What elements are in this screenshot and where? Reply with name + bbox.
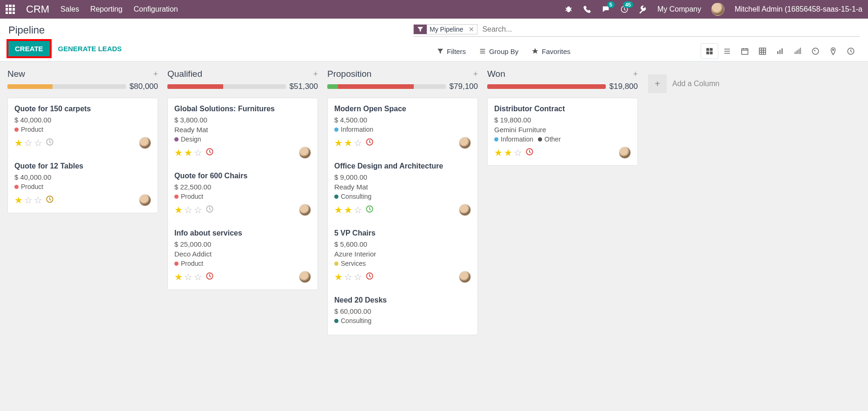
activity-clock-icon[interactable] bbox=[204, 148, 214, 158]
column-add-icon[interactable]: + bbox=[633, 69, 638, 79]
card-avatar[interactable] bbox=[619, 147, 631, 159]
kanban-card[interactable]: Need 20 Desks$ 60,000.00Consulting bbox=[327, 290, 478, 335]
bug-icon[interactable] bbox=[564, 5, 573, 13]
user-avatar[interactable] bbox=[711, 3, 724, 16]
priority-star[interactable]: ☆ bbox=[184, 271, 192, 283]
kanban-card[interactable]: Global Solutions: Furnitures$ 3,800.00Re… bbox=[167, 98, 318, 166]
kanban-card[interactable]: Office Design and Architecture$ 9,000.00… bbox=[327, 155, 478, 223]
kanban-card[interactable]: Info about services$ 25,000.00Deco Addic… bbox=[167, 222, 318, 290]
priority-star[interactable]: ★ bbox=[174, 204, 183, 216]
search-input[interactable] bbox=[481, 24, 860, 34]
card-tags: InformationOther bbox=[494, 135, 631, 143]
add-column-label[interactable]: Add a Column bbox=[672, 80, 719, 88]
kanban-card[interactable]: Quote for 150 carpets$ 40,000.00Product★… bbox=[7, 98, 158, 156]
column-add-icon[interactable]: + bbox=[473, 69, 478, 79]
pivot-view-button[interactable] bbox=[754, 43, 771, 59]
priority-star[interactable]: ☆ bbox=[354, 271, 362, 283]
kanban-card[interactable]: Quote for 12 Tables$ 40,000.00Product★☆☆ bbox=[7, 155, 158, 213]
kanban-card[interactable]: Distributor Contract$ 19,800.00Gemini Fu… bbox=[487, 98, 638, 166]
priority-star[interactable]: ★ bbox=[344, 137, 352, 148]
user-menu[interactable]: Mitchell Admin (16856458-saas-15-1-a bbox=[735, 5, 862, 13]
filters-label: Filters bbox=[447, 47, 466, 55]
priority-star[interactable]: ☆ bbox=[354, 204, 362, 216]
card-amount: $ 4,500.00 bbox=[334, 116, 471, 124]
wrench-icon[interactable] bbox=[639, 5, 647, 13]
list-view-button[interactable] bbox=[718, 43, 736, 59]
priority-star[interactable]: ★ bbox=[14, 195, 23, 206]
card-avatar[interactable] bbox=[459, 137, 471, 149]
card-avatar[interactable] bbox=[139, 194, 151, 206]
create-button[interactable]: CREATE bbox=[8, 41, 50, 56]
activity-clock-icon[interactable] bbox=[204, 272, 214, 282]
column-progress-bar[interactable] bbox=[167, 84, 286, 89]
priority-star[interactable]: ☆ bbox=[194, 271, 202, 283]
column-progress-bar[interactable] bbox=[487, 84, 606, 89]
card-avatar[interactable] bbox=[299, 271, 311, 283]
nav-reporting[interactable]: Reporting bbox=[90, 5, 122, 13]
add-column: + Add a Column bbox=[643, 65, 724, 102]
priority-star[interactable]: ★ bbox=[14, 137, 23, 148]
activity-clock-icon[interactable] bbox=[44, 195, 54, 205]
column-progress-bar[interactable] bbox=[7, 84, 126, 89]
card-avatar[interactable] bbox=[299, 204, 311, 216]
nav-configuration[interactable]: Configuration bbox=[134, 5, 178, 13]
chat-icon[interactable]: 5 bbox=[602, 5, 610, 13]
favorites-dropdown[interactable]: Favorites bbox=[531, 47, 570, 55]
column-add-icon[interactable]: + bbox=[153, 69, 158, 79]
activity-clock-icon[interactable] bbox=[364, 138, 374, 148]
search-box[interactable]: My Pipeline ✕ bbox=[413, 24, 860, 37]
apps-grid-icon[interactable] bbox=[6, 5, 15, 14]
cohort-view-button[interactable] bbox=[789, 43, 807, 59]
priority-star[interactable]: ★ bbox=[344, 204, 352, 216]
priority-star[interactable]: ☆ bbox=[354, 137, 362, 148]
company-selector[interactable]: My Company bbox=[657, 5, 701, 13]
card-avatar[interactable] bbox=[299, 147, 311, 159]
filter-chip-remove[interactable]: ✕ bbox=[466, 25, 477, 34]
priority-star[interactable]: ★ bbox=[174, 271, 183, 283]
calendar-view-button[interactable] bbox=[736, 43, 754, 59]
priority-star[interactable]: ☆ bbox=[344, 271, 352, 283]
activity-clock-icon[interactable] bbox=[523, 148, 534, 158]
card-avatar[interactable] bbox=[459, 271, 471, 283]
map-view-button[interactable] bbox=[824, 43, 842, 59]
priority-star[interactable]: ★ bbox=[334, 137, 343, 148]
priority-star[interactable]: ☆ bbox=[184, 204, 192, 216]
activity-clock-icon[interactable] bbox=[204, 205, 214, 215]
kanban-card[interactable]: Quote for 600 Chairs$ 22,500.00Product★☆… bbox=[167, 165, 318, 223]
priority-star[interactable]: ★ bbox=[494, 147, 503, 158]
priority-star[interactable]: ★ bbox=[174, 147, 183, 158]
priority-star[interactable]: ☆ bbox=[514, 147, 522, 158]
card-avatar[interactable] bbox=[459, 204, 471, 216]
phone-icon[interactable] bbox=[583, 5, 591, 13]
kanban-card[interactable]: Modern Open Space$ 4,500.00Information★★… bbox=[327, 98, 478, 156]
kanban-card[interactable]: 5 VP Chairs$ 5,600.00Azure InteriorServi… bbox=[327, 222, 478, 290]
groupby-dropdown[interactable]: Group By bbox=[479, 47, 518, 55]
priority-star[interactable]: ☆ bbox=[194, 204, 202, 216]
priority-star[interactable]: ☆ bbox=[24, 195, 33, 206]
priority-star[interactable]: ★ bbox=[184, 147, 192, 158]
priority-star[interactable]: ★ bbox=[334, 271, 343, 283]
activity-icon[interactable]: 45 bbox=[620, 5, 629, 13]
activity-clock-icon[interactable] bbox=[44, 138, 54, 148]
filters-dropdown[interactable]: Filters bbox=[437, 47, 466, 55]
svg-rect-2 bbox=[710, 48, 713, 51]
generate-leads-button[interactable]: GENERATE LEADS bbox=[58, 45, 122, 53]
add-column-button[interactable]: + bbox=[648, 74, 667, 93]
tag-dot-icon bbox=[174, 195, 179, 199]
column-add-icon[interactable]: + bbox=[313, 69, 318, 79]
priority-star[interactable]: ☆ bbox=[194, 147, 202, 158]
priority-star[interactable]: ★ bbox=[334, 204, 343, 216]
priority-star[interactable]: ☆ bbox=[24, 137, 33, 148]
activity-view-button[interactable] bbox=[842, 43, 860, 59]
priority-star[interactable]: ☆ bbox=[34, 195, 42, 206]
dashboard-view-button[interactable] bbox=[807, 43, 824, 59]
priority-star[interactable]: ☆ bbox=[34, 137, 42, 148]
column-progress-bar[interactable] bbox=[327, 84, 446, 89]
activity-clock-icon[interactable] bbox=[364, 205, 374, 215]
activity-clock-icon[interactable] bbox=[364, 272, 374, 282]
nav-sales[interactable]: Sales bbox=[60, 5, 79, 13]
card-avatar[interactable] bbox=[139, 137, 151, 149]
graph-view-button[interactable] bbox=[771, 43, 789, 59]
kanban-view-button[interactable] bbox=[701, 43, 718, 59]
priority-star[interactable]: ★ bbox=[504, 147, 512, 158]
